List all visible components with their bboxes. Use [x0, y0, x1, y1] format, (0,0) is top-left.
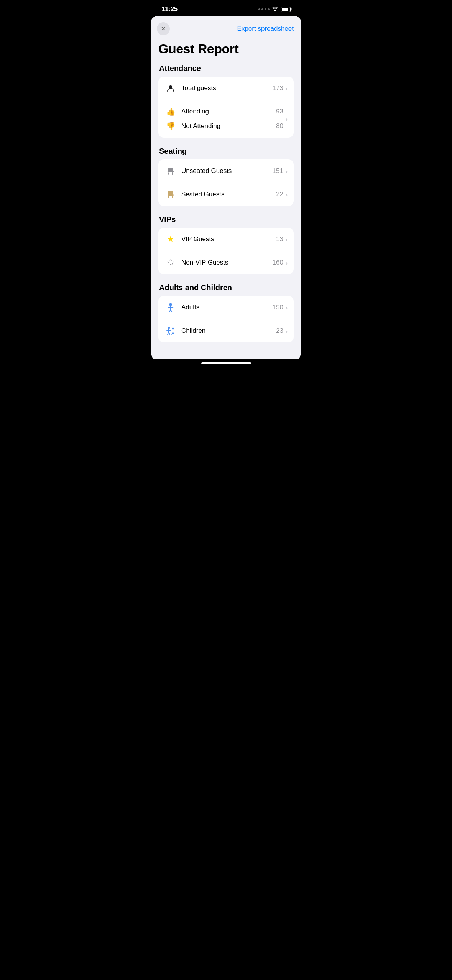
unseated-guests-label: Unseated Guests [181, 167, 273, 175]
battery-icon [281, 7, 291, 12]
export-spreadsheet-button[interactable]: Export spreadsheet [237, 23, 294, 34]
vip-guests-value: 13 [276, 235, 283, 243]
non-vip-guests-value: 160 [273, 259, 283, 266]
non-vip-guests-row[interactable]: ✩ Non-VIP Guests 160 › [158, 251, 294, 274]
not-attending-label: Not Attending [181, 122, 276, 130]
svg-rect-4 [168, 172, 169, 175]
vips-card: ★ VIP Guests 13 › ✩ Non-VIP Guests 160 › [158, 228, 294, 274]
adults-chevron: › [286, 304, 288, 311]
children-row[interactable]: Children 23 › [158, 319, 294, 342]
svg-point-10 [169, 303, 172, 306]
vips-section-title: VIPs [158, 215, 294, 224]
close-icon: ✕ [161, 26, 166, 31]
unseated-chevron: › [286, 168, 288, 174]
top-bar: ✕ Export spreadsheet [151, 16, 301, 38]
svg-rect-9 [172, 196, 173, 198]
vips-section: VIPs ★ VIP Guests 13 › ✩ Non- [151, 215, 301, 283]
svg-rect-8 [168, 196, 169, 198]
vip-chevron: › [286, 236, 288, 243]
unseated-guests-row[interactable]: Unseated Guests 151 › [158, 159, 294, 183]
star-filled-icon: ★ [164, 233, 177, 245]
attending-value: 93 [276, 108, 283, 115]
attendance-card: Total guests 173 › 👍 Attending 93 [158, 77, 294, 138]
non-vip-chevron: › [286, 260, 288, 266]
children-value: 23 [276, 327, 283, 335]
svg-point-20 [172, 328, 174, 330]
page-title: Guest Report [151, 38, 301, 64]
adults-children-section: Adults and Children Adults 150 [151, 283, 301, 352]
attending-label: Attending [181, 108, 276, 115]
seating-card: Unseated Guests 151 › Se [158, 159, 294, 206]
person-icon [164, 82, 177, 94]
seating-section-title: Seating [158, 147, 294, 156]
svg-line-24 [173, 332, 174, 334]
vip-guests-label: VIP Guests [181, 235, 276, 243]
bottom-spacer [151, 352, 301, 359]
adult-icon [164, 301, 177, 314]
seated-guests-row[interactable]: Seated Guests 22 › [158, 183, 294, 206]
total-guests-row[interactable]: Total guests 173 › [158, 77, 294, 100]
svg-line-19 [169, 332, 170, 334]
svg-point-1 [169, 85, 172, 88]
adults-row[interactable]: Adults 150 › [158, 296, 294, 319]
home-indicator [151, 359, 301, 369]
wifi-icon [272, 6, 278, 12]
thumbs-up-icon: 👍 [164, 105, 177, 118]
status-icons [258, 6, 291, 12]
adults-value: 150 [273, 304, 283, 311]
home-bar [201, 362, 251, 364]
non-vip-guests-label: Non-VIP Guests [181, 259, 273, 266]
adults-children-section-title: Adults and Children [158, 283, 294, 292]
attending-chevron: › [286, 116, 288, 122]
seated-guests-label: Seated Guests [181, 191, 276, 198]
status-time: 11:25 [161, 5, 178, 13]
adults-label: Adults [181, 304, 273, 311]
unseated-chair-icon [164, 165, 177, 177]
status-bar: 11:25 [151, 0, 301, 16]
total-guests-value: 173 [273, 84, 283, 92]
attendance-section-title: Attendance [158, 64, 294, 73]
adults-children-card: Adults 150 › [158, 296, 294, 342]
not-attending-value: 80 [276, 122, 283, 130]
svg-line-14 [171, 310, 172, 312]
unseated-guests-value: 151 [273, 167, 283, 175]
seated-guests-value: 22 [276, 191, 283, 198]
children-icon [164, 325, 177, 337]
star-outline-icon: ✩ [164, 257, 177, 269]
phone-frame: 11:25 ✕ [151, 0, 301, 369]
svg-rect-2 [168, 168, 173, 171]
thumbs-down-icon: 👎 [164, 120, 177, 132]
total-guests-chevron: › [286, 85, 288, 92]
attending-combined-row[interactable]: 👍 Attending 93 👎 Not Attending 80 [158, 100, 294, 138]
children-label: Children [181, 327, 276, 335]
svg-rect-3 [168, 171, 174, 172]
svg-rect-7 [168, 194, 174, 196]
vip-guests-row[interactable]: ★ VIP Guests 13 › [158, 228, 294, 251]
app-content: ✕ Export spreadsheet Guest Report Attend… [151, 16, 301, 359]
total-guests-label: Total guests [181, 84, 273, 92]
seating-section: Seating Unseated Guests 151 › [151, 147, 301, 215]
children-chevron: › [286, 328, 288, 334]
svg-rect-6 [168, 191, 173, 195]
seated-chevron: › [286, 191, 288, 198]
signal-icon [258, 8, 270, 10]
seated-chair-icon [164, 188, 177, 201]
close-button[interactable]: ✕ [157, 22, 170, 35]
svg-point-0 [274, 10, 276, 11]
svg-rect-5 [172, 172, 173, 175]
attendance-section: Attendance Total guests 173 › [151, 64, 301, 147]
